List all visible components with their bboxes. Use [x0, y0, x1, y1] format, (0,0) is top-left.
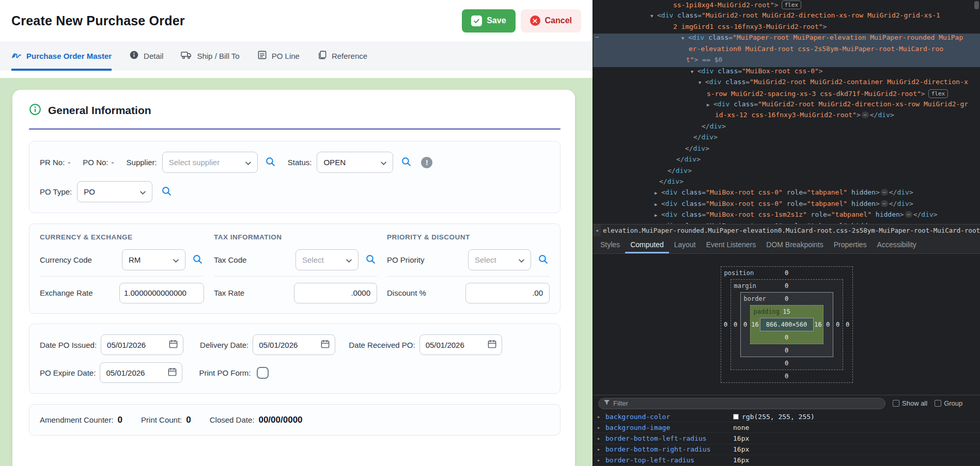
calendar-icon[interactable]	[487, 339, 497, 350]
box-model-border[interactable]: border0 0 padding15 16 866.400×560 16	[740, 292, 833, 357]
supplier-search-button[interactable]	[264, 156, 277, 169]
collapsed-content-icon[interactable]: ⋯	[881, 189, 888, 196]
box-model-content[interactable]: 866.400×560	[760, 318, 814, 331]
flex-badge[interactable]: flex	[928, 89, 948, 98]
calendar-icon[interactable]	[168, 339, 178, 350]
tab-dom-breakpoints[interactable]: DOM Breakpoints	[761, 236, 828, 253]
expand-arrow-icon[interactable]: ▸	[597, 425, 605, 430]
po-expire-date-input[interactable]: 05/01/2026	[100, 362, 182, 383]
computed-property-row[interactable]: ▸background-colorrgb(255, 255, 255)	[593, 411, 980, 422]
expand-arrow-icon[interactable]: ▸	[597, 436, 605, 441]
tab-computed[interactable]: Computed	[625, 236, 669, 253]
dom-tree-line[interactable]: ▶<div class="MuiBox-root css-0" role="ta…	[593, 200, 980, 211]
dom-tree-line[interactable]: er-elevation0 MuiCard-root css-2s58ym-Mu…	[593, 45, 980, 56]
computed-property-row[interactable]: ▸background-imagenone	[593, 422, 980, 433]
dom-tree-line[interactable]: ▼<div class="MuiGrid2-root MuiGrid2-dire…	[593, 11, 980, 22]
group-toggle[interactable]: Group	[935, 399, 962, 407]
dom-tree-line[interactable]: s-row MuiGrid2-spacing-xs-3 css-dkd71f-M…	[593, 89, 980, 100]
collapsed-content-icon[interactable]: ⋯	[881, 200, 888, 207]
tab-purchase-order-master[interactable]: Purchase Order Master	[11, 41, 112, 71]
tab-layout[interactable]: Layout	[669, 236, 701, 253]
supplier-select[interactable]: Select supplier	[162, 152, 258, 173]
delivery-date-input[interactable]: 05/01/2026	[253, 334, 335, 355]
dom-tree-line[interactable]: </div>	[593, 178, 980, 188]
po-type-search-button[interactable]	[160, 185, 173, 199]
currency-tax-priority-box: CURRENCY & EXCHANGE Currency Code RM	[29, 223, 561, 314]
dom-tree-line[interactable]: ▼<div class="MuiBox-root css-0">	[593, 67, 980, 78]
collapsed-content-icon[interactable]: ⋯	[905, 211, 912, 218]
dom-tree-line[interactable]: id-xs-12 css-16fnxy3-MuiGrid2-root">⋯</d…	[593, 111, 980, 122]
discount-input[interactable]: .00	[465, 283, 550, 303]
computed-property-value: rgb(255, 255, 255)	[733, 413, 815, 421]
dom-tree-line[interactable]: 2 imgGird1 css-16fnxy3-MuiGrid2-root">	[593, 23, 980, 34]
currency-search-button[interactable]	[191, 253, 204, 267]
tab-accessibility[interactable]: Accessibility	[872, 236, 922, 253]
dom-tree-line[interactable]: ▶<div class="MuiBox-root css-0" role="ta…	[593, 188, 980, 199]
box-model-margin[interactable]: margin0 0 border0 0 padding15	[730, 279, 843, 370]
tab-po-line[interactable]: PO Line	[257, 41, 300, 71]
status-select[interactable]: OPEN	[317, 152, 393, 173]
save-button[interactable]: Save	[462, 9, 515, 33]
tax-code-select[interactable]: Select	[295, 249, 359, 270]
tax-rate-input[interactable]: .0000	[294, 283, 377, 303]
dom-tree-line[interactable]: </div>	[593, 155, 980, 166]
filter-input[interactable]: Filter	[598, 398, 885, 409]
computed-property-row[interactable]: ▸border-top-left-radius16px	[593, 455, 980, 466]
dom-tree-line[interactable]: ▶<div class="MuiBox-root css-1sm2s1z" ro…	[593, 211, 980, 221]
calendar-icon[interactable]	[167, 367, 177, 378]
position-bottom: 0	[785, 373, 788, 380]
general-information-card: General Information PR No: - PO No: - Su…	[12, 90, 575, 466]
breadcrumb[interactable]: ◂ elevation.MuiPaper-rounded.MuiPaper-el…	[593, 224, 980, 236]
print-po-form-checkbox[interactable]	[257, 367, 269, 379]
status-search-button[interactable]	[399, 156, 413, 169]
card-heading: General Information	[29, 103, 561, 118]
tax-search-button[interactable]	[364, 253, 377, 267]
tab-reference[interactable]: Reference	[317, 41, 367, 71]
currency-code-select[interactable]: RM	[122, 249, 185, 270]
dom-tree-line[interactable]: ▶<div class="MuiBox-root css-0" role="ta…	[593, 222, 980, 224]
show-all-checkbox[interactable]	[893, 400, 899, 407]
tab-detail[interactable]: Detail	[129, 41, 163, 71]
calendar-icon[interactable]	[320, 339, 330, 350]
dom-tree-line[interactable]: </div>	[593, 122, 980, 133]
line-options-icon[interactable]: ⋯	[595, 34, 599, 41]
dom-tree-line[interactable]: </div>	[593, 133, 980, 144]
box-model-position[interactable]: position0 0 margin0 0 border0 0	[721, 266, 853, 383]
dom-tree-line[interactable]: </div>	[593, 144, 980, 155]
dom-tree-line[interactable]: t"> == $0	[593, 56, 980, 67]
cancel-button[interactable]: Cancel	[521, 9, 581, 33]
computed-property-row[interactable]: ▸border-bottom-right-radius16px	[593, 444, 980, 455]
expand-arrow-icon[interactable]: ▸	[597, 457, 605, 463]
tab-event-listeners[interactable]: Event Listeners	[701, 236, 761, 253]
tab-panel-background: General Information PR No: - PO No: - Su…	[0, 78, 593, 466]
tab-label: Purchase Order Master	[26, 52, 112, 60]
chevron-down-icon	[519, 255, 524, 264]
date-po-issued-input[interactable]: 05/01/2026	[101, 334, 183, 355]
tab-properties[interactable]: Properties	[829, 236, 872, 253]
tab-styles[interactable]: Styles	[595, 236, 625, 253]
status-warning-icon[interactable]: !	[421, 157, 432, 168]
group-checkbox[interactable]	[935, 400, 941, 407]
flex-badge[interactable]: flex	[782, 1, 802, 9]
computed-property-row[interactable]: ▸border-bottom-left-radius16px	[593, 433, 980, 444]
exchange-rate-input[interactable]: 1.0000000000000	[119, 283, 204, 303]
po-type-select[interactable]: PO	[77, 181, 152, 202]
group-label: Group	[944, 399, 962, 407]
dom-tree-line[interactable]: </div>	[593, 167, 980, 178]
box-model-padding[interactable]: padding15 16 866.400×560 16 0	[750, 305, 823, 344]
date-received-po-input[interactable]: 05/01/2026	[419, 334, 502, 355]
dom-tree-line[interactable]: ▶<div class="MuiGrid2-root MuiGrid2-dire…	[593, 100, 980, 111]
expand-arrow-icon[interactable]: ▸	[597, 414, 605, 420]
dom-tree-line[interactable]: ⋯▼<div class="MuiPaper-root MuiPaper-ele…	[593, 34, 980, 44]
collapsed-content-icon[interactable]: ⋯	[862, 111, 869, 118]
po-priority-search-button[interactable]	[536, 253, 550, 267]
tab-ship-bill-to[interactable]: Ship / Bill To	[181, 41, 239, 71]
show-all-toggle[interactable]: Show all	[893, 399, 927, 407]
dom-tree-line[interactable]: ss-1pi8xg4-MuiGrid2-root">flex	[593, 1, 980, 11]
delivery-date-label: Delivery Date:	[200, 341, 248, 349]
po-priority-select[interactable]: Select	[468, 249, 531, 270]
expand-arrow-icon[interactable]: ▸	[597, 446, 605, 452]
color-swatch[interactable]	[733, 414, 739, 420]
dom-tree-line[interactable]: ▼<div class="MuiGrid2-root MuiGrid2-cont…	[593, 78, 980, 89]
breadcrumb-scroll-left-icon[interactable]: ◂	[593, 224, 601, 236]
